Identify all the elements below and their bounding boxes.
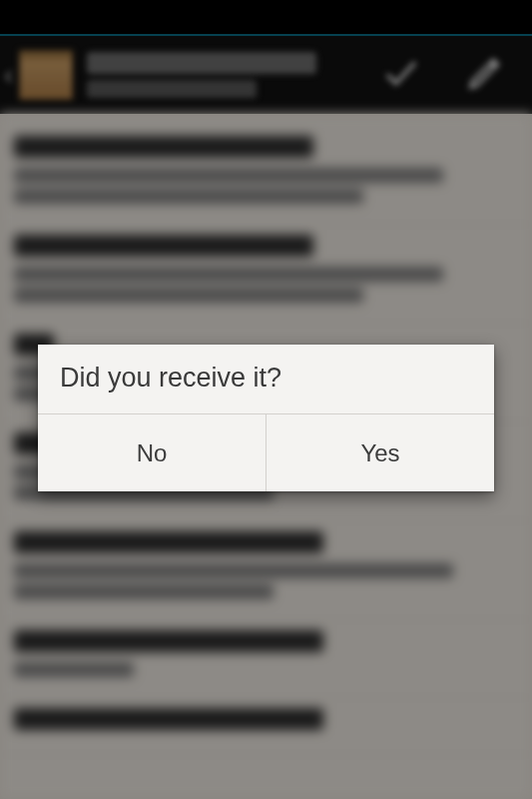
dialog-title: Did you receive it? [38, 345, 494, 414]
dialog-button-row: No Yes [38, 414, 494, 491]
app-screen: ‹ [0, 0, 532, 799]
confirm-dialog: Did you receive it? No Yes [38, 345, 494, 491]
no-button[interactable]: No [38, 414, 266, 491]
yes-button[interactable]: Yes [266, 414, 494, 491]
